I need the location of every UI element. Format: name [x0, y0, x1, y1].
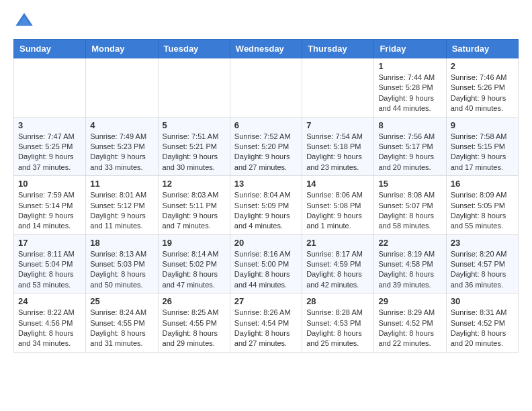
- calendar-table: SundayMondayTuesdayWednesdayThursdayFrid…: [13, 39, 519, 353]
- day-number: 16: [451, 179, 514, 189]
- calendar-cell-3-5: 22Sunrise: 8:19 AM Sunset: 4:58 PM Dayli…: [374, 234, 446, 293]
- day-info: Sunrise: 7:56 AM Sunset: 5:17 PM Dayligh…: [378, 132, 441, 173]
- day-number: 14: [306, 179, 369, 189]
- calendar-header-wednesday: Wednesday: [230, 40, 302, 58]
- day-info: Sunrise: 8:29 AM Sunset: 4:52 PM Dayligh…: [378, 308, 441, 349]
- day-number: 20: [234, 238, 298, 248]
- day-number: 23: [451, 238, 514, 248]
- day-info: Sunrise: 8:17 AM Sunset: 4:59 PM Dayligh…: [306, 249, 369, 291]
- day-number: 12: [163, 179, 226, 189]
- day-number: 1: [378, 61, 441, 71]
- day-number: 18: [90, 238, 153, 248]
- calendar-cell-3-6: 23Sunrise: 8:20 AM Sunset: 4:57 PM Dayli…: [446, 234, 518, 293]
- day-number: 10: [18, 179, 81, 189]
- calendar-week-0: 1Sunrise: 7:44 AM Sunset: 5:28 PM Daylig…: [14, 58, 519, 118]
- calendar-week-3: 17Sunrise: 8:11 AM Sunset: 5:04 PM Dayli…: [14, 234, 519, 293]
- day-info: Sunrise: 8:11 AM Sunset: 5:04 PM Dayligh…: [18, 249, 81, 291]
- day-number: 24: [18, 296, 81, 306]
- calendar-cell-3-3: 20Sunrise: 8:16 AM Sunset: 5:00 PM Dayli…: [230, 234, 302, 293]
- calendar-cell-1-6: 9Sunrise: 7:58 AM Sunset: 5:15 PM Daylig…: [446, 117, 518, 176]
- calendar-cell-1-2: 5Sunrise: 7:51 AM Sunset: 5:21 PM Daylig…: [158, 117, 230, 176]
- calendar-header-tuesday: Tuesday: [158, 40, 230, 58]
- day-info: Sunrise: 8:14 AM Sunset: 5:02 PM Dayligh…: [163, 249, 226, 291]
- calendar-cell-2-0: 10Sunrise: 7:59 AM Sunset: 5:14 PM Dayli…: [14, 176, 86, 235]
- calendar-cell-4-3: 27Sunrise: 8:26 AM Sunset: 4:54 PM Dayli…: [230, 293, 302, 353]
- day-number: 17: [18, 238, 81, 248]
- day-info: Sunrise: 8:03 AM Sunset: 5:11 PM Dayligh…: [163, 190, 226, 232]
- calendar-cell-0-4: [302, 58, 374, 118]
- day-info: Sunrise: 8:09 AM Sunset: 5:05 PM Dayligh…: [451, 190, 514, 232]
- day-info: Sunrise: 8:06 AM Sunset: 5:08 PM Dayligh…: [306, 190, 369, 232]
- day-number: 7: [306, 120, 369, 130]
- day-info: Sunrise: 7:49 AM Sunset: 5:23 PM Dayligh…: [90, 132, 153, 173]
- day-info: Sunrise: 8:31 AM Sunset: 4:52 PM Dayligh…: [451, 308, 514, 349]
- day-number: 21: [306, 238, 369, 248]
- day-info: Sunrise: 7:59 AM Sunset: 5:14 PM Dayligh…: [18, 190, 81, 232]
- calendar-cell-1-4: 7Sunrise: 7:54 AM Sunset: 5:18 PM Daylig…: [302, 117, 374, 176]
- calendar-cell-3-4: 21Sunrise: 8:17 AM Sunset: 4:59 PM Dayli…: [302, 234, 374, 293]
- day-number: 3: [18, 120, 81, 130]
- day-info: Sunrise: 8:08 AM Sunset: 5:07 PM Dayligh…: [378, 190, 441, 232]
- day-info: Sunrise: 8:22 AM Sunset: 4:56 PM Dayligh…: [18, 308, 81, 349]
- calendar-week-4: 24Sunrise: 8:22 AM Sunset: 4:56 PM Dayli…: [14, 293, 519, 353]
- day-info: Sunrise: 8:26 AM Sunset: 4:54 PM Dayligh…: [234, 308, 298, 349]
- calendar-cell-0-2: [158, 58, 230, 118]
- day-info: Sunrise: 7:46 AM Sunset: 5:26 PM Dayligh…: [451, 73, 514, 114]
- day-number: 15: [378, 179, 441, 189]
- day-number: 11: [90, 179, 153, 189]
- calendar-cell-3-1: 18Sunrise: 8:13 AM Sunset: 5:03 PM Dayli…: [86, 234, 158, 293]
- calendar-cell-3-2: 19Sunrise: 8:14 AM Sunset: 5:02 PM Dayli…: [158, 234, 230, 293]
- calendar-header-row: SundayMondayTuesdayWednesdayThursdayFrid…: [14, 40, 519, 58]
- day-info: Sunrise: 8:16 AM Sunset: 5:00 PM Dayligh…: [234, 249, 298, 291]
- day-number: 30: [451, 296, 514, 306]
- calendar-cell-4-4: 28Sunrise: 8:28 AM Sunset: 4:53 PM Dayli…: [302, 293, 374, 353]
- day-info: Sunrise: 8:19 AM Sunset: 4:58 PM Dayligh…: [378, 249, 441, 291]
- day-info: Sunrise: 7:51 AM Sunset: 5:21 PM Dayligh…: [163, 132, 226, 173]
- day-info: Sunrise: 8:13 AM Sunset: 5:03 PM Dayligh…: [90, 249, 153, 291]
- calendar-cell-1-5: 8Sunrise: 7:56 AM Sunset: 5:17 PM Daylig…: [374, 117, 446, 176]
- calendar-cell-4-0: 24Sunrise: 8:22 AM Sunset: 4:56 PM Dayli…: [14, 293, 86, 353]
- calendar-cell-2-3: 13Sunrise: 8:04 AM Sunset: 5:09 PM Dayli…: [230, 176, 302, 235]
- calendar-cell-2-4: 14Sunrise: 8:06 AM Sunset: 5:08 PM Dayli…: [302, 176, 374, 235]
- day-number: 8: [378, 120, 441, 130]
- calendar-header-monday: Monday: [86, 40, 158, 58]
- calendar-week-2: 10Sunrise: 7:59 AM Sunset: 5:14 PM Dayli…: [14, 176, 519, 235]
- calendar-cell-0-6: 2Sunrise: 7:46 AM Sunset: 5:26 PM Daylig…: [446, 58, 518, 118]
- day-number: 9: [451, 120, 514, 130]
- day-number: 13: [234, 179, 298, 189]
- day-info: Sunrise: 7:54 AM Sunset: 5:18 PM Dayligh…: [306, 132, 369, 173]
- day-number: 5: [163, 120, 226, 130]
- calendar-cell-4-2: 26Sunrise: 8:25 AM Sunset: 4:55 PM Dayli…: [158, 293, 230, 353]
- calendar-header-friday: Friday: [374, 40, 446, 58]
- calendar-cell-1-0: 3Sunrise: 7:47 AM Sunset: 5:25 PM Daylig…: [14, 117, 86, 176]
- calendar-cell-4-5: 29Sunrise: 8:29 AM Sunset: 4:52 PM Dayli…: [374, 293, 446, 353]
- calendar-cell-0-3: [230, 58, 302, 118]
- calendar-cell-2-6: 16Sunrise: 8:09 AM Sunset: 5:05 PM Dayli…: [446, 176, 518, 235]
- day-number: 4: [90, 120, 153, 130]
- day-number: 19: [163, 238, 226, 248]
- calendar-cell-2-1: 11Sunrise: 8:01 AM Sunset: 5:12 PM Dayli…: [86, 176, 158, 235]
- day-info: Sunrise: 8:28 AM Sunset: 4:53 PM Dayligh…: [306, 308, 369, 349]
- calendar-week-1: 3Sunrise: 7:47 AM Sunset: 5:25 PM Daylig…: [14, 117, 519, 176]
- day-number: 22: [378, 238, 441, 248]
- day-info: Sunrise: 8:24 AM Sunset: 4:55 PM Dayligh…: [90, 308, 153, 349]
- calendar-cell-0-1: [86, 58, 158, 118]
- day-info: Sunrise: 7:44 AM Sunset: 5:28 PM Dayligh…: [378, 73, 441, 114]
- calendar-cell-0-5: 1Sunrise: 7:44 AM Sunset: 5:28 PM Daylig…: [374, 58, 446, 118]
- calendar-cell-3-0: 17Sunrise: 8:11 AM Sunset: 5:04 PM Dayli…: [14, 234, 86, 293]
- day-info: Sunrise: 7:58 AM Sunset: 5:15 PM Dayligh…: [451, 132, 514, 173]
- day-number: 27: [234, 296, 298, 306]
- day-number: 28: [306, 296, 369, 306]
- calendar-cell-4-1: 25Sunrise: 8:24 AM Sunset: 4:55 PM Dayli…: [86, 293, 158, 353]
- calendar-cell-4-6: 30Sunrise: 8:31 AM Sunset: 4:52 PM Dayli…: [446, 293, 518, 353]
- logo-icon: [13, 11, 35, 32]
- day-number: 6: [234, 120, 298, 130]
- calendar-cell-2-2: 12Sunrise: 8:03 AM Sunset: 5:11 PM Dayli…: [158, 176, 230, 235]
- calendar-header-thursday: Thursday: [302, 40, 374, 58]
- calendar-header-saturday: Saturday: [446, 40, 518, 58]
- calendar-cell-1-1: 4Sunrise: 7:49 AM Sunset: 5:23 PM Daylig…: [86, 117, 158, 176]
- day-info: Sunrise: 7:47 AM Sunset: 5:25 PM Dayligh…: [18, 132, 81, 173]
- day-info: Sunrise: 8:25 AM Sunset: 4:55 PM Dayligh…: [163, 308, 226, 349]
- day-number: 25: [90, 296, 153, 306]
- day-number: 26: [163, 296, 226, 306]
